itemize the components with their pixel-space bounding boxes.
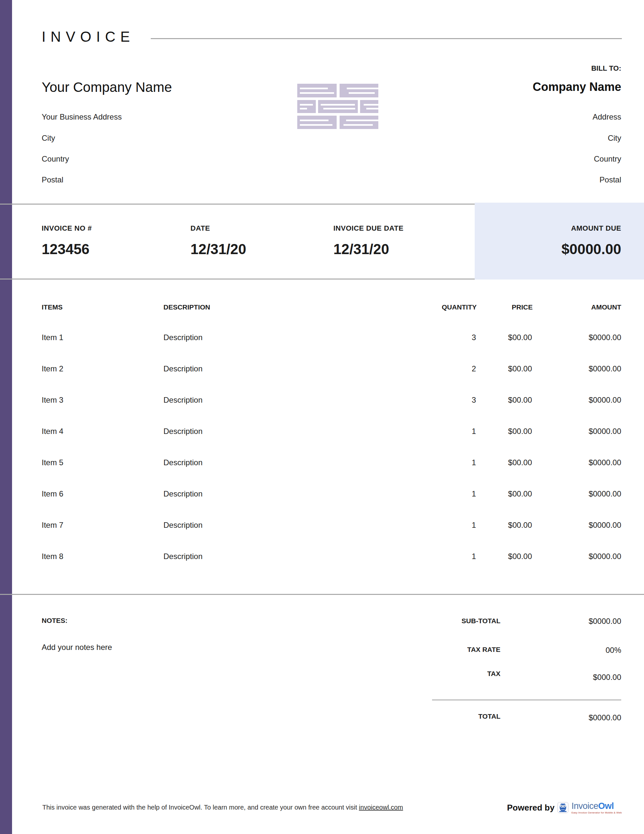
invoiceowl-link[interactable]: invoiceowl.com xyxy=(359,804,403,811)
total-value: $0000.00 xyxy=(589,713,621,722)
bill-to-company-name: Company Name xyxy=(533,80,621,94)
powered-by-label: Powered by xyxy=(507,802,554,813)
tax-rate-value: 00% xyxy=(605,646,621,655)
item-description-cell: Description xyxy=(163,552,202,561)
page-title: INVOICE xyxy=(42,29,135,45)
table-row: Item 4 Description 1 $00.00 $0000.00 xyxy=(0,427,644,458)
item-name-cell: Item 5 xyxy=(42,458,63,467)
item-quantity-cell: 3 xyxy=(472,396,476,405)
item-description-cell: Description xyxy=(163,489,202,498)
column-header-quantity: QUANTITY xyxy=(442,303,477,311)
item-price-cell: $00.00 xyxy=(508,364,532,373)
item-quantity-cell: 1 xyxy=(472,520,476,530)
footer-note: This invoice was generated with the help… xyxy=(42,804,403,811)
column-header-amount: AMOUNT xyxy=(591,303,621,311)
item-name-cell: Item 4 xyxy=(42,427,63,436)
invoiceowl-logo: InvoiceOwl Easy Invoice Generator for Mo… xyxy=(571,802,622,814)
total-divider xyxy=(432,700,621,700)
item-price-cell: $00.00 xyxy=(508,489,532,498)
invoice-items-list: Item 1 Description 3 $00.00 $0000.00 Ite… xyxy=(0,333,644,583)
summary-bar-bottom-divider xyxy=(0,278,475,280)
tax-value: $000.00 xyxy=(593,673,621,682)
company-logo-placeholder-image xyxy=(297,84,379,129)
item-amount-cell: $0000.00 xyxy=(589,520,621,530)
bill-to-city: City xyxy=(608,134,621,143)
item-name-cell: Item 6 xyxy=(42,489,63,498)
tax-rate-label: TAX RATE xyxy=(467,646,500,653)
bill-to-postal: Postal xyxy=(599,175,621,184)
invoice-document: INVOICE Your Company Name Your Business … xyxy=(0,0,644,834)
item-amount-cell: $0000.00 xyxy=(589,364,621,373)
item-amount-cell: $0000.00 xyxy=(589,396,621,405)
due-date-value: 12/31/20 xyxy=(333,241,389,257)
item-name-cell: Item 2 xyxy=(42,364,63,373)
column-header-description: DESCRIPTION xyxy=(163,303,210,311)
date-label: DATE xyxy=(190,224,210,233)
column-header-items: ITEMS xyxy=(42,303,63,311)
subtotal-label: SUB-TOTAL xyxy=(462,617,500,625)
item-description-cell: Description xyxy=(163,396,202,405)
item-quantity-cell: 1 xyxy=(472,552,476,561)
owl-icon xyxy=(557,802,568,813)
item-name-cell: Item 3 xyxy=(42,396,63,405)
item-price-cell: $00.00 xyxy=(508,520,532,530)
item-price-cell: $00.00 xyxy=(508,458,532,467)
invoice-no-label: INVOICE NO # xyxy=(42,224,92,233)
from-country: Country xyxy=(42,154,69,163)
from-company-name: Your Company Name xyxy=(42,79,172,95)
table-row: Item 3 Description 3 $00.00 $0000.00 xyxy=(0,396,644,427)
item-description-cell: Description xyxy=(163,364,202,373)
notes-section-divider xyxy=(0,594,644,595)
amount-due-value: $0000.00 xyxy=(561,241,621,257)
due-date-label: INVOICE DUE DATE xyxy=(333,224,404,233)
table-row: Item 5 Description 1 $00.00 $0000.00 xyxy=(0,458,644,489)
amount-due-label: AMOUNT DUE xyxy=(571,224,621,233)
total-label: TOTAL xyxy=(478,713,500,720)
powered-by-brand: Powered by InvoiceOwl xyxy=(507,802,622,814)
notes-label: NOTES: xyxy=(42,617,68,624)
item-description-cell: Description xyxy=(163,458,202,467)
from-postal: Postal xyxy=(42,175,63,184)
bill-to-country: Country xyxy=(594,154,621,163)
item-amount-cell: $0000.00 xyxy=(589,458,621,467)
item-amount-cell: $0000.00 xyxy=(589,552,621,561)
item-price-cell: $00.00 xyxy=(508,396,532,405)
item-price-cell: $00.00 xyxy=(508,552,532,561)
item-quantity-cell: 2 xyxy=(472,364,476,373)
table-row: Item 1 Description 3 $00.00 $0000.00 xyxy=(0,333,644,364)
notes-text: Add your notes here xyxy=(42,643,112,652)
date-value: 12/31/20 xyxy=(190,241,246,257)
item-description-cell: Description xyxy=(163,333,202,342)
item-name-cell: Item 8 xyxy=(42,552,63,561)
bill-to-address: Address xyxy=(592,112,621,121)
item-amount-cell: $0000.00 xyxy=(589,489,621,498)
tax-label: TAX xyxy=(487,670,500,677)
column-header-price: PRICE xyxy=(512,303,533,311)
bill-to-label: BILL TO: xyxy=(591,64,621,73)
invoice-no-value: 123456 xyxy=(42,241,90,257)
subtotal-value: $0000.00 xyxy=(589,617,621,626)
item-name-cell: Item 1 xyxy=(42,333,63,342)
item-price-cell: $00.00 xyxy=(508,333,532,342)
item-amount-cell: $0000.00 xyxy=(589,427,621,436)
table-row: Item 8 Description 1 $00.00 $0000.00 xyxy=(0,552,644,583)
item-quantity-cell: 1 xyxy=(472,427,476,436)
brand-tagline: Easy Invoice Generator for Mobile & Web xyxy=(571,811,622,814)
summary-bar-top-divider xyxy=(0,204,475,205)
item-quantity-cell: 3 xyxy=(472,333,476,342)
item-quantity-cell: 1 xyxy=(472,458,476,467)
item-name-cell: Item 7 xyxy=(42,520,63,530)
header-divider xyxy=(151,38,622,39)
from-business-address: Your Business Address xyxy=(42,112,122,121)
from-city: City xyxy=(42,134,55,143)
brand-invoice-text: Invoice xyxy=(571,801,598,811)
table-row: Item 6 Description 1 $00.00 $0000.00 xyxy=(0,489,644,520)
item-amount-cell: $0000.00 xyxy=(589,333,621,342)
item-description-cell: Description xyxy=(163,427,202,436)
brand-owl-text: Owl xyxy=(598,801,614,811)
table-row: Item 7 Description 1 $00.00 $0000.00 xyxy=(0,520,644,552)
item-description-cell: Description xyxy=(163,520,202,530)
item-price-cell: $00.00 xyxy=(508,427,532,436)
footer-note-text: This invoice was generated with the help… xyxy=(42,804,359,811)
item-quantity-cell: 1 xyxy=(472,489,476,498)
